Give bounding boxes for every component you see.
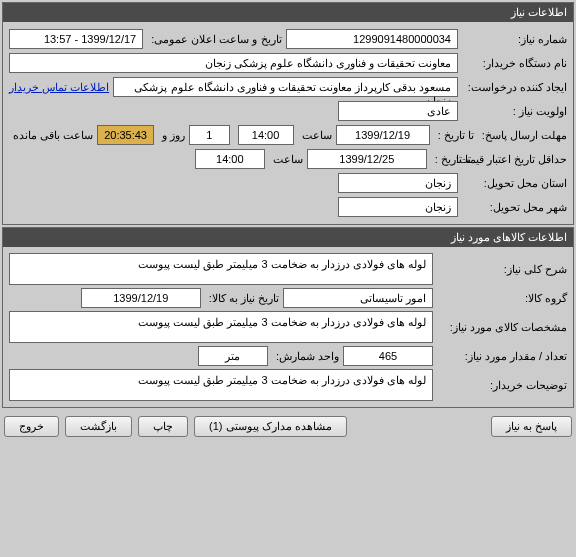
unit-label: واحد شمارش: bbox=[272, 350, 339, 363]
minvalid-time: 14:00 bbox=[195, 149, 265, 169]
buyernotes-label: توضیحات خریدار: bbox=[437, 379, 567, 392]
need-info-body: شماره نیاز: 1299091480000034 تاریخ و ساع… bbox=[3, 22, 573, 224]
province-label: استان محل تحویل: bbox=[462, 177, 567, 190]
announce-label: تاریخ و ساعت اعلان عمومی: bbox=[147, 33, 281, 46]
group-value: امور تاسیساتی bbox=[283, 288, 433, 308]
need-info-panel: اطلاعات نیاز شماره نیاز: 129909148000003… bbox=[2, 2, 574, 225]
priority-value: عادی bbox=[338, 101, 458, 121]
goods-info-panel: اطلاعات کالاهای مورد نیاز شرح کلی نیاز: … bbox=[2, 227, 574, 408]
creator-value: مسعود بدقی کارپرداز معاونت تحقیقات و فنا… bbox=[113, 77, 458, 97]
city-value: زنجان bbox=[338, 197, 458, 217]
unit-value: متر bbox=[198, 346, 268, 366]
needdate-label: تاریخ نیاز به کالا: bbox=[205, 292, 279, 305]
creator-label: ایجاد کننده درخواست: bbox=[462, 81, 567, 94]
city-label: شهر محل تحویل: bbox=[462, 201, 567, 214]
province-value: زنجان bbox=[338, 173, 458, 193]
qty-value: 465 bbox=[343, 346, 433, 366]
days-remaining: 1 bbox=[189, 125, 230, 145]
attachments-button[interactable]: مشاهده مدارک پیوستی (1) bbox=[194, 416, 347, 437]
org-label: نام دستگاه خریدار: bbox=[462, 57, 567, 70]
need-info-header: اطلاعات نیاز bbox=[3, 3, 573, 22]
remain-suffix: ساعت باقی مانده bbox=[9, 129, 93, 142]
spec-value: لوله های فولادی درزدار به ضخامت 3 میلیمت… bbox=[9, 311, 433, 343]
qty-label: تعداد / مقدار مورد نیاز: bbox=[437, 350, 567, 363]
priority-label: اولویت نیاز : bbox=[462, 105, 567, 118]
deadline-date: 1399/12/19 bbox=[336, 125, 430, 145]
minvalid-date: 1399/12/25 bbox=[307, 149, 427, 169]
announce-value: 1399/12/17 - 13:57 bbox=[9, 29, 143, 49]
minvalid-label: حداقل تاریخ اعتبار قیمت: bbox=[475, 153, 567, 166]
group-label: گروه کالا: bbox=[437, 292, 567, 305]
respond-button[interactable]: پاسخ به نیاز bbox=[491, 416, 572, 437]
minvalid-to-label: تا تاریخ : bbox=[431, 153, 471, 166]
req-num-label: شماره نیاز: bbox=[462, 33, 567, 46]
back-button[interactable]: بازگشت bbox=[65, 416, 132, 437]
req-num-value: 1299091480000034 bbox=[286, 29, 458, 49]
deadline-label: مهلت ارسال پاسخ: bbox=[478, 129, 567, 142]
deadline-to-label: تا تاریخ : bbox=[434, 129, 474, 142]
desc-value: لوله های فولادی درزدار به ضخامت 3 میلیمت… bbox=[9, 253, 433, 285]
buyernotes-value: لوله های فولادی درزدار به ضخامت 3 میلیمت… bbox=[9, 369, 433, 401]
goods-info-header: اطلاعات کالاهای مورد نیاز bbox=[3, 228, 573, 247]
button-bar: خروج بازگشت چاپ مشاهده مدارک پیوستی (1) … bbox=[0, 410, 576, 443]
org-value: معاونت تحقیقات و فناوری دانشگاه علوم پزش… bbox=[9, 53, 458, 73]
desc-label: شرح کلی نیاز: bbox=[437, 263, 567, 276]
needdate-value: 1399/12/19 bbox=[81, 288, 201, 308]
deadline-time: 14:00 bbox=[238, 125, 294, 145]
deadline-time-label: ساعت bbox=[298, 129, 332, 142]
print-button[interactable]: چاپ bbox=[138, 416, 188, 437]
minvalid-time-label: ساعت bbox=[269, 153, 303, 166]
exit-button[interactable]: خروج bbox=[4, 416, 59, 437]
countdown-timer: 20:35:43 bbox=[97, 125, 154, 145]
contact-link[interactable]: اطلاعات تماس خریدار bbox=[9, 81, 109, 94]
spec-label: مشخصات کالای مورد نیاز: bbox=[437, 321, 567, 334]
goods-info-body: شرح کلی نیاز: لوله های فولادی درزدار به … bbox=[3, 247, 573, 407]
days-suffix: روز و bbox=[158, 129, 185, 142]
